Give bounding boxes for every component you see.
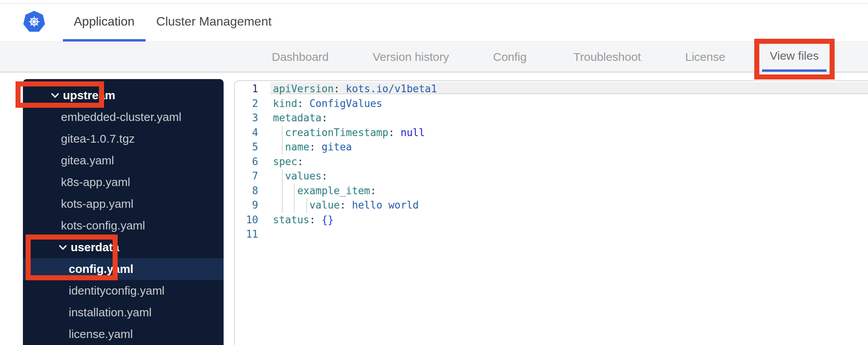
file-tree: upstreamembedded-cluster.yamlgitea-1.0.7… bbox=[23, 79, 224, 345]
token-colon: : bbox=[340, 199, 352, 211]
line-number: 1 bbox=[235, 82, 258, 97]
tree-item-label: kots-config.yaml bbox=[61, 219, 145, 232]
token-key: name bbox=[285, 141, 309, 153]
token-ws bbox=[273, 127, 285, 138]
subnav-tab-version-history[interactable]: Version history bbox=[373, 42, 449, 72]
editor-code-area[interactable]: apiVersion: kots.io/v1beta1kind: ConfigV… bbox=[269, 81, 868, 345]
line-number: 7 bbox=[235, 169, 258, 184]
tree-file-k8s-app-yaml[interactable]: k8s-app.yaml bbox=[23, 171, 224, 193]
subnav-tab-view-files[interactable]: View files bbox=[762, 42, 826, 72]
token-key: apiVersion bbox=[273, 83, 334, 95]
tree-item-label: gitea-1.0.7.tgz bbox=[61, 132, 135, 145]
token-keyword: null bbox=[401, 127, 425, 138]
tree-file-embedded-cluster-yaml[interactable]: embedded-cluster.yaml bbox=[23, 106, 224, 128]
token-value: hello world bbox=[352, 199, 419, 211]
token-key: creationTimestamp bbox=[285, 127, 388, 138]
tree-item-label: kots-app.yaml bbox=[61, 197, 134, 210]
kubernetes-logo-icon bbox=[23, 11, 45, 33]
subnav-tab-license[interactable]: License bbox=[685, 42, 725, 72]
code-line-3: metadata: bbox=[273, 111, 868, 126]
token-colon: : bbox=[321, 112, 328, 124]
tree-file-config-yaml[interactable]: config.yaml bbox=[23, 258, 224, 280]
tree-item-label: license.yaml bbox=[69, 328, 133, 341]
token-bracket: {} bbox=[321, 214, 333, 226]
token-ws bbox=[273, 141, 285, 153]
kots-admin-console: ApplicationCluster Management DashboardV… bbox=[0, 0, 868, 345]
subnav-tab-config[interactable]: Config bbox=[493, 42, 527, 72]
tree-file-gitea-1-0-7-tgz[interactable]: gitea-1.0.7.tgz bbox=[23, 128, 224, 150]
app-subnav: DashboardVersion historyConfigTroublesho… bbox=[0, 41, 868, 72]
tree-item-label: config.yaml bbox=[69, 262, 134, 276]
header-tab-cluster-management[interactable]: Cluster Management bbox=[146, 4, 283, 41]
token-key: metadata bbox=[273, 112, 321, 124]
tree-item-label: embedded-cluster.yaml bbox=[61, 110, 181, 124]
token-colon: : bbox=[370, 185, 376, 197]
token-value: gitea bbox=[321, 141, 352, 153]
tree-folder-upstream[interactable]: upstream bbox=[23, 85, 224, 106]
tree-item-label: installation.yaml bbox=[69, 306, 151, 319]
code-line-6: spec: bbox=[273, 155, 868, 169]
token-ws bbox=[273, 199, 309, 211]
line-number: 6 bbox=[235, 155, 258, 169]
header-tab-application[interactable]: Application bbox=[63, 4, 146, 41]
token-colon: : bbox=[309, 141, 321, 153]
token-key: example_item bbox=[297, 185, 370, 197]
tree-file-installation-yaml[interactable]: installation.yaml bbox=[23, 302, 224, 323]
tree-item-label: gitea.yaml bbox=[61, 154, 114, 167]
code-line-4: creationTimestamp: null bbox=[273, 126, 868, 140]
token-colon: : bbox=[297, 98, 309, 109]
line-number: 9 bbox=[235, 198, 258, 213]
line-number: 2 bbox=[235, 97, 258, 111]
token-colon: : bbox=[388, 127, 400, 138]
header-tabs: ApplicationCluster Management bbox=[63, 4, 283, 41]
code-line-9: value: hello world bbox=[273, 198, 868, 213]
line-number: 3 bbox=[235, 111, 258, 126]
tree-file-kots-app-yaml[interactable]: kots-app.yaml bbox=[23, 193, 224, 215]
tree-file-license-yaml[interactable]: license.yaml bbox=[23, 323, 224, 345]
token-key: values bbox=[285, 170, 321, 182]
code-line-10: status: {} bbox=[273, 213, 868, 228]
chevron-down-icon bbox=[51, 93, 59, 98]
editor-gutter: 1234567891011 bbox=[235, 81, 269, 345]
token-ws bbox=[273, 170, 285, 182]
token-key: kind bbox=[273, 98, 297, 109]
line-number: 5 bbox=[235, 140, 258, 155]
token-key: status bbox=[273, 214, 309, 226]
code-line-1: apiVersion: kots.io/v1beta1 bbox=[273, 82, 868, 97]
code-line-11 bbox=[273, 227, 868, 242]
line-number: 11 bbox=[235, 227, 258, 242]
tree-item-label: upstream bbox=[63, 89, 115, 102]
code-line-5: name: gitea bbox=[273, 140, 868, 155]
tree-file-kots-config-yaml[interactable]: kots-config.yaml bbox=[23, 215, 224, 236]
tree-item-label: identityconfig.yaml bbox=[69, 284, 165, 297]
token-value: ConfigValues bbox=[309, 98, 382, 109]
token-colon: : bbox=[334, 83, 346, 95]
code-line-2: kind: ConfigValues bbox=[273, 97, 868, 111]
tree-folder-userdata[interactable]: userdata bbox=[23, 236, 224, 258]
token-key: spec bbox=[273, 156, 297, 167]
subnav-tab-troubleshoot[interactable]: Troubleshoot bbox=[573, 42, 641, 72]
token-colon: : bbox=[321, 170, 328, 182]
token-colon: : bbox=[309, 214, 321, 226]
token-value: kots.io/v1beta1 bbox=[346, 83, 437, 95]
token-ws bbox=[273, 185, 297, 197]
line-number: 4 bbox=[235, 126, 258, 140]
token-key: value bbox=[309, 199, 340, 211]
line-number: 8 bbox=[235, 184, 258, 198]
line-number: 10 bbox=[235, 213, 258, 228]
code-editor: 1234567891011 apiVersion: kots.io/v1beta… bbox=[234, 80, 868, 345]
code-line-8: example_item: bbox=[273, 184, 868, 198]
tree-item-label: k8s-app.yaml bbox=[61, 176, 130, 189]
code-line-7: values: bbox=[273, 169, 868, 184]
token-colon: : bbox=[297, 156, 304, 167]
tree-item-label: userdata bbox=[71, 241, 119, 254]
tree-file-gitea-yaml[interactable]: gitea.yaml bbox=[23, 150, 224, 171]
app-header: ApplicationCluster Management bbox=[0, 4, 868, 41]
chevron-down-icon bbox=[59, 245, 67, 250]
subnav-tab-dashboard[interactable]: Dashboard bbox=[272, 42, 329, 72]
tree-file-identityconfig-yaml[interactable]: identityconfig.yaml bbox=[23, 280, 224, 302]
